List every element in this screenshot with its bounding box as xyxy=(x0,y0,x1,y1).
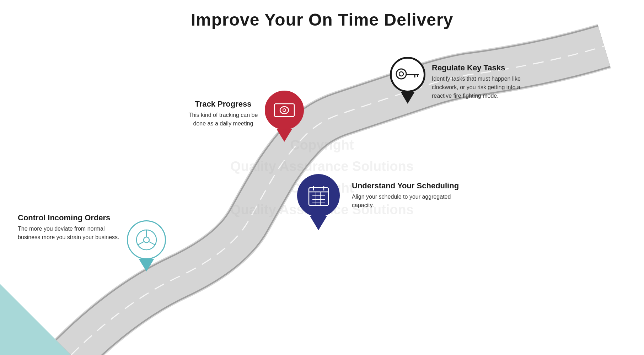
pin-blue-circle xyxy=(297,174,340,217)
info-regulate-tasks: Regulate Key Tasks Identify tasks that m… xyxy=(432,63,531,100)
svg-point-1 xyxy=(280,107,289,114)
track-progress-title: Track Progress xyxy=(184,99,262,109)
pin-black-tail xyxy=(401,92,415,104)
pin-blue-tail xyxy=(310,216,327,230)
track-progress-body: This kind of tracking can be done as a d… xyxy=(184,111,262,128)
scheduling-body: Align your schedule to your aggregated c… xyxy=(352,193,462,210)
pin-black-circle xyxy=(390,57,425,92)
svg-line-15 xyxy=(138,242,144,245)
svg-point-2 xyxy=(283,109,286,112)
svg-point-13 xyxy=(144,237,149,243)
svg-line-16 xyxy=(149,242,155,245)
pin-track-progress xyxy=(265,91,304,142)
pin-red-circle xyxy=(265,91,304,130)
regulate-tasks-body: Identify tasks that must happen like clo… xyxy=(432,75,531,100)
svg-point-17 xyxy=(396,69,406,79)
pin-teal-circle xyxy=(127,220,166,259)
pin-regulate-tasks xyxy=(390,57,425,104)
control-orders-body: The more you deviate from normal busines… xyxy=(18,225,124,242)
pin-control-orders xyxy=(127,220,166,271)
control-orders-title: Control Incoming Orders xyxy=(18,213,124,222)
pin-teal-tail xyxy=(139,259,154,271)
pin-scheduling xyxy=(297,174,340,230)
info-control-orders: Control Incoming Orders The more you dev… xyxy=(18,213,124,242)
regulate-tasks-title: Regulate Key Tasks xyxy=(432,63,531,72)
info-track-progress: Track Progress This kind of tracking can… xyxy=(184,99,262,128)
scheduling-title: Understand Your Scheduling xyxy=(352,181,462,190)
svg-point-18 xyxy=(399,72,403,76)
pin-red-tail xyxy=(277,129,292,142)
teal-triangle-decoration xyxy=(0,284,71,355)
page-title: Improve Your On Time Delivery xyxy=(0,0,644,29)
svg-rect-0 xyxy=(274,104,294,117)
info-scheduling: Understand Your Scheduling Align your sc… xyxy=(352,181,462,210)
